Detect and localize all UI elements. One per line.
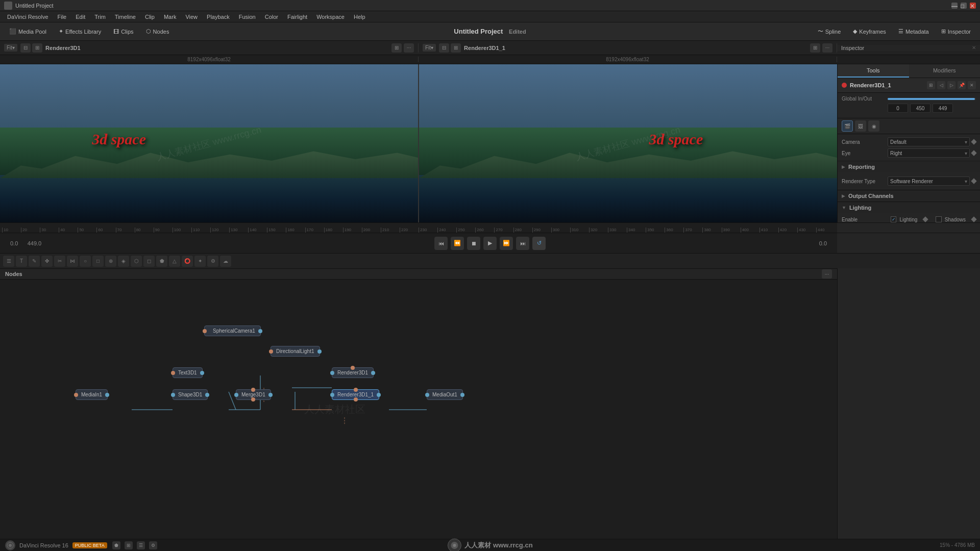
tool-3d-1[interactable]: △ (169, 256, 180, 267)
status-icon-3[interactable]: ☰ (137, 541, 145, 549)
menu-color[interactable]: Color (261, 13, 282, 21)
maximize-button[interactable]: □ (961, 3, 967, 9)
camera-diamond[interactable] (971, 139, 976, 144)
tab-modifiers[interactable]: Modifiers (909, 64, 981, 78)
menu-fairlight[interactable]: Fairlight (283, 13, 311, 21)
tool-transform[interactable]: ✤ (41, 256, 53, 267)
viewer-left-pane[interactable]: 3d space 人人素材社区 www.rrcg.cn (0, 64, 418, 222)
global-inout-slider-container[interactable] (888, 98, 976, 100)
step-back-button[interactable]: ⏪ (451, 237, 464, 250)
viewer-right-ctrl1[interactable]: ⊞ (810, 43, 820, 53)
node-spherical-camera1[interactable]: SphericalCamera1 (204, 325, 261, 336)
go-to-end-button[interactable]: ⏭ (516, 237, 529, 250)
view-right-btn-2[interactable]: ⊞ (451, 43, 461, 53)
tool-bspline[interactable]: ⋈ (67, 256, 78, 267)
inspector-close-icon[interactable]: ✕ (972, 45, 976, 51)
global-mid-value[interactable]: 450 (910, 104, 930, 113)
insp-icon-3d[interactable]: ◉ (868, 120, 879, 132)
global-end-value[interactable]: 449 (933, 104, 953, 113)
timeline-ruler[interactable]: 10 20 30 40 50 60 70 80 90 100 110 120 1… (0, 223, 837, 233)
viewer-right-ctrl2[interactable]: ··· (822, 43, 832, 53)
tool-warp[interactable]: ⬡ (131, 256, 142, 267)
node-canvas[interactable]: SphericalCamera1 DirectionalLight1 Text3… (0, 280, 837, 539)
tool-clone[interactable]: ◈ (118, 256, 129, 267)
lighting-diamond[interactable] (923, 216, 928, 222)
node-media-in1[interactable]: MediaIn1 (76, 389, 108, 400)
node-icon-3[interactable]: ▷ (947, 81, 955, 89)
menu-view[interactable]: View (181, 13, 202, 21)
nodes-menu-btn[interactable]: ··· (822, 269, 832, 279)
node-icon-2[interactable]: ◁ (937, 81, 945, 89)
status-icon-1[interactable]: ⬟ (112, 541, 120, 549)
metadata-button[interactable]: ☰ Metadata (893, 26, 934, 37)
node-merge3d1[interactable]: Merge3D1 (236, 389, 271, 400)
global-start-value[interactable]: 0 (888, 104, 908, 113)
tool-polyline[interactable]: ✂ (54, 256, 65, 267)
fit-right[interactable]: Fit▾ (423, 44, 436, 52)
tool-circle[interactable]: ○ (80, 256, 91, 267)
menu-workspace[interactable]: Workspace (312, 13, 349, 21)
menu-mark[interactable]: Mark (160, 13, 180, 21)
tool-paint[interactable]: ✎ (29, 256, 40, 267)
shadows-diamond[interactable] (971, 216, 976, 222)
step-forward-button[interactable]: ⏩ (500, 237, 513, 250)
tool-pointer[interactable]: ☰ (3, 256, 14, 267)
menu-clip[interactable]: Clip (141, 13, 159, 21)
go-to-start-button[interactable]: ⏮ (434, 237, 448, 250)
renderer-type-diamond[interactable] (971, 178, 976, 184)
node-icon-1[interactable]: ⊞ (927, 81, 935, 89)
renderer-type-dropdown[interactable]: Software Renderer (888, 177, 970, 186)
tab-tools[interactable]: Tools (838, 64, 909, 78)
tool-3d-4[interactable]: ⚙ (207, 256, 218, 267)
lighting-header[interactable]: ▼ Lighting (838, 202, 980, 213)
global-inout-slider[interactable] (888, 98, 976, 100)
menu-help[interactable]: Help (350, 13, 370, 21)
reporting-header[interactable]: ▶ Reporting (838, 161, 980, 172)
close-button[interactable]: ✕ (970, 3, 976, 9)
view-btn-2[interactable]: ⊞ (32, 43, 42, 53)
tool-move[interactable]: ⊕ (105, 256, 116, 267)
inspector-button[interactable]: ⊞ Inspector (936, 26, 976, 37)
fit-left[interactable]: Fit▾ (4, 44, 17, 52)
node-directional-light1[interactable]: DirectionalLight1 (271, 346, 320, 357)
loop-button[interactable]: ↺ (532, 237, 546, 250)
play-button[interactable]: ▶ (483, 237, 497, 250)
stop-button[interactable]: ⏹ (467, 237, 480, 250)
node-text3d1[interactable]: Text3D1 (173, 367, 203, 378)
node-media-out1[interactable]: MediaOut1 (427, 389, 463, 400)
camera-dropdown[interactable]: Default (888, 137, 970, 146)
spline-button[interactable]: 〜 Spline (813, 26, 846, 37)
output-channels-header[interactable]: ▶ Output Channels (838, 190, 980, 202)
keyframes-button[interactable]: ◆ Keyframes (848, 26, 891, 37)
tool-3d-5[interactable]: ☁ (220, 256, 231, 267)
node-renderer3d1-1[interactable]: Renderer3D1_1 (332, 389, 379, 400)
status-icon-4[interactable]: ⚙ (149, 541, 157, 549)
minimize-button[interactable]: — (951, 3, 958, 9)
viewer-left-btn2[interactable]: ··· (404, 43, 414, 53)
insp-icon-display[interactable]: 🎬 (842, 120, 853, 132)
tool-text[interactable]: T (16, 256, 27, 267)
node-icon-pin[interactable]: 📌 (958, 81, 966, 89)
viewer-right-pane[interactable]: 3d space 人人素材社区 www.rrcg.cn (419, 64, 837, 222)
media-pool-button[interactable]: ⬛ Media Pool (4, 26, 52, 37)
eye-diamond[interactable] (971, 150, 976, 156)
menu-timeline[interactable]: Timeline (111, 13, 140, 21)
tool-3d-3[interactable]: ✦ (194, 256, 206, 267)
effects-library-button[interactable]: ✦ Effects Library (54, 26, 106, 37)
view-btn-1[interactable]: ⊟ (20, 43, 31, 53)
tool-3d-2[interactable]: ⭕ (182, 256, 193, 267)
viewer-left-btn1[interactable]: ⊞ (391, 43, 402, 53)
menu-file[interactable]: File (54, 13, 71, 21)
view-right-btn-1[interactable]: ⊟ (439, 43, 449, 53)
node-icon-close[interactable]: ✕ (968, 81, 976, 89)
nodes-button[interactable]: ⬡ Nodes (141, 26, 175, 37)
eye-dropdown[interactable]: Right (888, 148, 970, 158)
clips-button[interactable]: 🎞 Clips (108, 27, 138, 37)
menu-davinci-resolve[interactable]: DaVinci Resolve (3, 13, 53, 21)
tool-rectangle[interactable]: □ (92, 256, 104, 267)
status-icon-2[interactable]: ⊞ (125, 541, 133, 549)
insp-icon-image[interactable]: 🖼 (855, 120, 866, 132)
tool-stamp[interactable]: ⬟ (156, 256, 167, 267)
menu-fusion[interactable]: Fusion (235, 13, 260, 21)
tool-eraser[interactable]: ◻ (143, 256, 155, 267)
